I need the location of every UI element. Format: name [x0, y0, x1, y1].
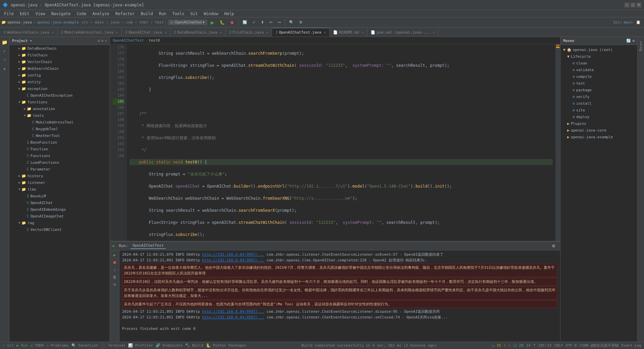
cursor-position[interactable]: 185:33: [538, 343, 551, 348]
maven-settings-icon[interactable]: ⚙: [632, 39, 635, 43]
hint-count[interactable]: 14: [526, 343, 530, 348]
info-count[interactable]: ⓘ 29: [513, 343, 524, 348]
tree-item-function[interactable]: C Function: [9, 146, 110, 152]
collapse-all-icon[interactable]: ⊟: [98, 39, 100, 43]
tree-item-basellm[interactable]: I BaseLLM: [9, 193, 110, 199]
menu-navigate[interactable]: Navigate: [49, 11, 73, 17]
menu-window[interactable]: Window: [201, 11, 221, 17]
maven-example[interactable]: ▶ openai-java-example: [560, 134, 637, 140]
tree-item-basefunction[interactable]: I BaseFunction: [9, 139, 110, 146]
todo-status[interactable]: ☑ TODO: [31, 343, 44, 348]
crlf[interactable]: CRLF: [554, 343, 563, 348]
maven-site[interactable]: ⚙ site: [560, 107, 637, 113]
maven-refresh-icon[interactable]: 🔄: [626, 39, 631, 43]
menu-analyze[interactable]: Analyze: [90, 11, 112, 17]
tab-close[interactable]: ✕: [266, 31, 268, 34]
tree-item-vectorchain[interactable]: ▶ 📁 VectorChain: [9, 58, 110, 65]
tab-websearchchain[interactable]: J WebSearchChain.java ✕: [0, 28, 58, 37]
menu-edit[interactable]: Edit: [17, 11, 32, 17]
run-config-selector[interactable]: ▷ OpenAIChatTest ▾: [168, 19, 207, 25]
far-right-maven[interactable]: Maven: [638, 38, 643, 54]
code-content[interactable]: String searchResult = webSearchChain.sea…: [127, 44, 555, 241]
tab-databasechain[interactable]: J DataBaseChain.java ✕: [170, 28, 226, 37]
tree-item-parameter[interactable]: C Parameter: [9, 166, 110, 172]
git-branch-name[interactable]: main: [624, 20, 633, 24]
maven-root[interactable]: ▼ 🏠 openai-java (root): [560, 46, 637, 53]
gear-icon[interactable]: ⚙: [101, 39, 104, 43]
terminal-status[interactable]: ⬛ Terminal: [101, 343, 126, 348]
fold-icon[interactable]: ⊟: [111, 281, 118, 288]
commit-icon-btn[interactable]: ✓: [1, 47, 9, 55]
tab-readme[interactable]: 📄 README.md ✕: [330, 28, 368, 37]
git-commit[interactable]: ✓: [251, 19, 258, 25]
maven-controls[interactable]: 🔄 ⚙: [626, 39, 635, 43]
maven-core[interactable]: ▶ openai-java-core: [560, 127, 637, 134]
menu-run[interactable]: Run: [156, 11, 169, 17]
maven-lifecycle[interactable]: ▼ Lifecycle: [560, 53, 637, 60]
error-count[interactable]: ✗ 1: [504, 343, 511, 348]
menu-help[interactable]: Help: [222, 11, 237, 17]
scroll-end-icon[interactable]: ↓: [111, 266, 118, 273]
tab-close[interactable]: ✕: [165, 31, 167, 34]
tree-item-mobileaddresstool[interactable]: C MobileAddressTool: [9, 119, 110, 126]
endpoints-status[interactable]: 🔗 Endpoints: [156, 343, 182, 348]
tree-item-listener[interactable]: ▶ 📁 listener: [9, 179, 110, 186]
git-icon-btn[interactable]: ⑂: [1, 56, 9, 64]
tree-item-loadfunctions[interactable]: C LoadFunctions: [9, 159, 110, 166]
undo-button[interactable]: ↩: [267, 19, 274, 25]
git-log[interactable]: 📋: [634, 19, 643, 25]
tree-item-history[interactable]: ▶ 📁 history: [9, 172, 110, 179]
tree-item-openaichatexception[interactable]: C OpenAIChatException: [9, 92, 110, 99]
tab-pom[interactable]: 📄 pom.xml (openai-java-... ✕: [367, 28, 438, 37]
menu-file[interactable]: File: [1, 11, 16, 17]
rerun-icon[interactable]: ⏹: [111, 259, 118, 266]
profiler-status[interactable]: 📊 Profiler: [128, 343, 153, 348]
redo-button[interactable]: ↪: [276, 19, 283, 25]
console-link-2[interactable]: http://192.168.0.84:9997/...: [202, 258, 264, 262]
tree-item-functions-class[interactable]: C Functions: [9, 152, 110, 159]
code-editor[interactable]: 176 177 178 179 180 181 182 183 184 185 …: [110, 44, 555, 241]
panel-header-icons[interactable]: ⊟ ⚙ ✕: [98, 39, 107, 43]
build-status[interactable]: 🔨 Build: [185, 343, 203, 348]
menu-code[interactable]: Code: [74, 11, 89, 17]
menu-build[interactable]: Build: [138, 11, 156, 17]
tab-openai-chattest[interactable]: J OpenAIChatTest.java ✕: [272, 28, 330, 37]
menu-tools[interactable]: Tools: [170, 11, 187, 17]
tree-item-entity[interactable]: ▶ 📁 entity: [9, 79, 110, 85]
git-update[interactable]: 🔄: [240, 19, 249, 25]
maven-validate[interactable]: ⚙ validate: [560, 66, 637, 73]
python-status[interactable]: 🐍 Python Packages: [206, 343, 246, 348]
settings-button[interactable]: ⚙: [297, 19, 305, 25]
warning-count[interactable]: ⚠ 15: [492, 343, 501, 348]
stop-button[interactable]: ⏹: [228, 19, 236, 26]
menu-git[interactable]: Git: [188, 11, 201, 17]
tree-item-openai-imagechat[interactable]: C OpenAIImageChat: [9, 213, 110, 219]
hide-icon[interactable]: ✕: [105, 39, 107, 43]
menu-view[interactable]: View: [33, 11, 48, 17]
tab-openaichat[interactable]: J OpenAIChat.java ✕: [122, 28, 170, 37]
tree-item-openaiembeddings[interactable]: C OpenAIEmbeddings: [9, 206, 110, 213]
tree-item-llms[interactable]: ▼ 📁 llms: [9, 186, 110, 193]
console-settings[interactable]: ⚙: [550, 243, 557, 249]
problems-status[interactable]: ⚠ Problems: [46, 343, 68, 348]
run-button[interactable]: ▶: [209, 19, 216, 26]
console-link-1[interactable]: http://192.168.0.84:9997/...: [202, 252, 264, 257]
maven-test[interactable]: ⚙ test: [560, 80, 637, 87]
tab-close[interactable]: ✕: [52, 31, 54, 34]
maven-compile[interactable]: ⚙ compile: [560, 73, 637, 80]
module-name[interactable]: openai-java-example: [37, 20, 79, 24]
tab-close[interactable]: ✕: [220, 31, 222, 34]
maven-package[interactable]: ⚙ package: [560, 87, 637, 93]
tree-item-rag[interactable]: ▼ 📁 rag: [9, 219, 110, 226]
tab-close[interactable]: ✕: [362, 31, 364, 34]
tab-close[interactable]: ✕: [116, 31, 118, 34]
tree-item-annotation[interactable]: ▶ 📁 annotation: [9, 105, 110, 112]
breadcrumb-method[interactable]: test8: [149, 38, 160, 43]
window-controls[interactable]: ─ □ ✕: [625, 3, 641, 7]
tree-item-openaichat[interactable]: C OpenAIChat: [9, 199, 110, 206]
tree-item-websearchchain[interactable]: ▶ 📁 WebSearchChain: [9, 65, 110, 72]
git-push[interactable]: ⬆: [259, 19, 266, 25]
tree-item-functions[interactable]: ▼ 📁 functions: [9, 99, 110, 105]
tab-filechain[interactable]: J FileChain.java ✕: [226, 28, 272, 37]
run-status[interactable]: ▶ Run: [17, 343, 28, 348]
